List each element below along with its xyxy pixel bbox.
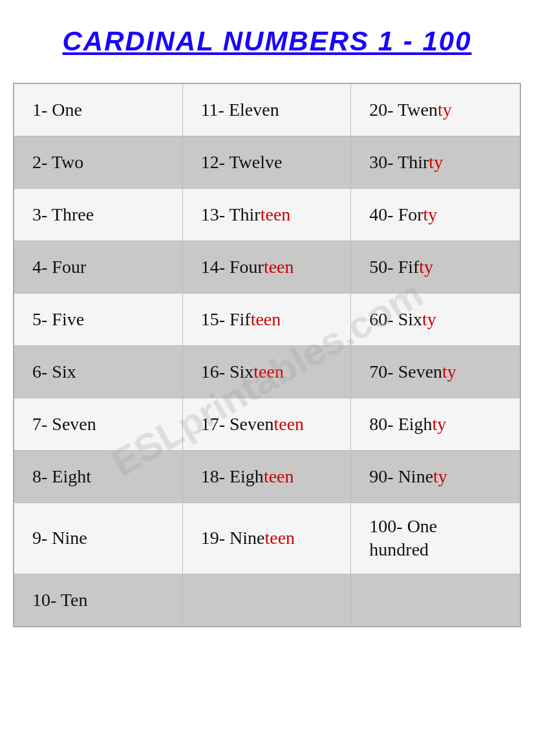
table-cell: 6- Six [14, 346, 183, 398]
table-cell: 70- Seventy [351, 346, 520, 398]
table-cell: 15- Fifteen [183, 294, 352, 345]
table-row: 2- Two12- Twelve30- Thirty [14, 136, 520, 189]
table-cell: 14- Fourteen [183, 241, 352, 293]
table-cell: 18- Eighteen [183, 451, 352, 502]
table-cell: 40- Forty [351, 189, 520, 241]
table-cell: 17- Seventeen [183, 398, 352, 450]
table-row: 8- Eight18- Eighteen90- Ninety [14, 451, 520, 503]
table-cell: 11- Eleven [183, 84, 352, 136]
table-cell: 20- Twenty [351, 84, 520, 136]
page-title: CARDINAL NUMBERS 1 - 100 [13, 26, 521, 57]
table-row: 4- Four14- Fourteen50- Fifty [14, 241, 520, 294]
table-cell: 100- Onehundred [351, 503, 520, 574]
table-cell: 80- Eighty [351, 398, 520, 450]
title-container: CARDINAL NUMBERS 1 - 100 [13, 19, 521, 63]
table-cell: 12- Twelve [183, 136, 352, 188]
table-row: 6- Six16- Sixteen70- Seventy [14, 346, 520, 398]
numbers-table: 1- One11- Eleven20- Twenty2- Two12- Twel… [13, 83, 521, 627]
table-cell: 30- Thirty [351, 136, 520, 188]
table-cell: 10- Ten [14, 574, 183, 626]
table-cell: 13- Thirteen [183, 189, 352, 241]
table-cell: 50- Fifty [351, 241, 520, 293]
table-row: 3- Three13- Thirteen40- Forty [14, 189, 520, 241]
table-cell: 4- Four [14, 241, 183, 293]
table-row: 9- Nine19- Nineteen100- Onehundred [14, 503, 520, 574]
table-cell: 1- One [14, 84, 183, 136]
table-row: 10- Ten [14, 574, 520, 626]
table-row: 1- One11- Eleven20- Twenty [14, 84, 520, 136]
table-cell: 2- Two [14, 136, 183, 188]
table-row: 7- Seven17- Seventeen80- Eighty [14, 398, 520, 451]
table-cell: 9- Nine [14, 503, 183, 574]
table-cell: 8- Eight [14, 451, 183, 502]
table-cell [351, 574, 520, 626]
table-cell: 19- Nineteen [183, 503, 352, 574]
table-cell: 7- Seven [14, 398, 183, 450]
table-row: 5- Five15- Fifteen60- Sixty [14, 294, 520, 346]
table-cell: 5- Five [14, 294, 183, 345]
table-cell: 3- Three [14, 189, 183, 241]
table-cell [183, 574, 352, 626]
table-cell: 90- Ninety [351, 451, 520, 502]
table-cell: 16- Sixteen [183, 346, 352, 398]
table-cell: 60- Sixty [351, 294, 520, 345]
